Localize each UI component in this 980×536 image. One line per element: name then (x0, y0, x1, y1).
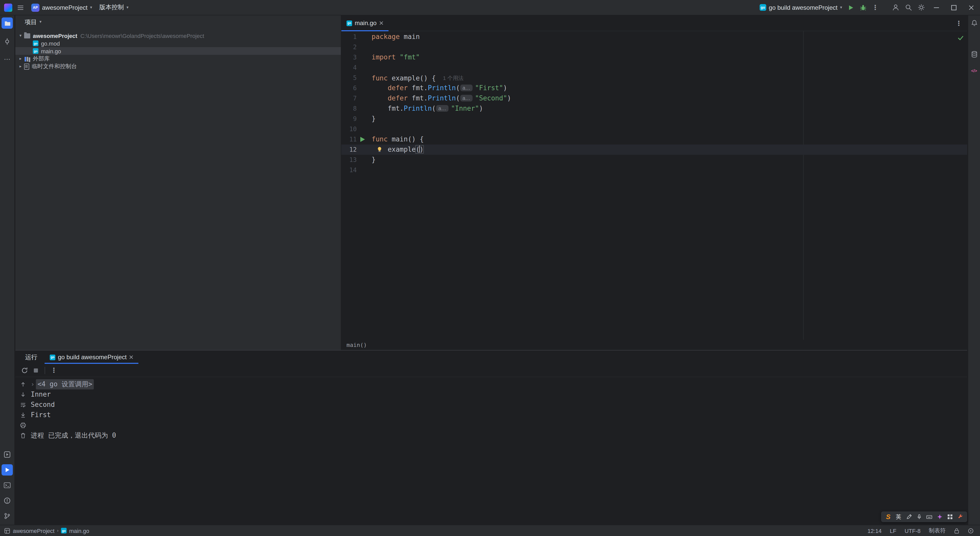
rerun-button[interactable] (19, 365, 30, 375)
notifications-button[interactable] (969, 17, 980, 29)
ime-wrench-button[interactable] (956, 512, 964, 521)
encoding-widget[interactable]: UTF-8 (905, 528, 921, 534)
down-stacktrace-button[interactable] (19, 390, 27, 399)
indent-widget[interactable]: 制表符 (929, 527, 946, 534)
parameter-hint-inlay[interactable]: a… (436, 105, 449, 112)
maximize-button[interactable] (945, 0, 963, 15)
folded-command-text[interactable]: <4 go 设置调用> (36, 379, 94, 390)
terminal-tool-button[interactable] (2, 480, 13, 491)
editor-tab-main-go[interactable]: main.go (341, 15, 388, 31)
line-number: 13 (341, 155, 357, 165)
code-line-10[interactable]: 10 (341, 124, 967, 134)
code-editor[interactable]: 1package main23import "fmt"45func exampl… (341, 31, 967, 340)
inspections-widget[interactable] (958, 35, 964, 41)
tree-item-main-go[interactable]: main.go (15, 47, 341, 55)
code-line-13[interactable]: 13} (341, 155, 967, 165)
code-line-5[interactable]: 5func example() { 1 个用法 (341, 73, 967, 83)
ime-keyboard-button[interactable] (925, 512, 934, 521)
run-line-gutter-icon[interactable] (360, 137, 365, 142)
sogou-logo-icon[interactable]: S (884, 512, 892, 521)
project-tool-button[interactable] (2, 17, 13, 29)
parameter-hint-inlay[interactable]: a… (460, 95, 473, 102)
run-configuration-selector[interactable]: go build awesomeProject (757, 2, 845, 13)
status-indicator[interactable] (968, 528, 974, 534)
project-panel: 项目 awesomeProjectC:\Users\meowr\GolandPr… (15, 15, 341, 350)
run-tab[interactable]: go build awesomeProject (45, 350, 138, 364)
close-tab-icon[interactable] (379, 21, 383, 25)
ai-assistant-button[interactable]: </> (969, 65, 980, 76)
code-line-9[interactable]: 9} (341, 114, 967, 124)
scroll-to-end-button[interactable] (19, 411, 27, 419)
code-line-7[interactable]: 7 defer fmt.Println(a…"Second") (341, 93, 967, 103)
tree-item-scratches[interactable]: 临时文件和控制台 (15, 62, 341, 70)
chevron-right-icon[interactable] (19, 64, 24, 69)
minimize-icon (933, 4, 940, 11)
search-everywhere-button[interactable] (902, 2, 915, 13)
main-menu-button[interactable] (14, 2, 27, 13)
status-project-name[interactable]: awesomeProject (13, 528, 54, 534)
minimize-button[interactable] (928, 0, 945, 15)
maximize-icon (951, 4, 957, 11)
chevron-down-icon[interactable] (19, 33, 24, 38)
fold-arrow-icon[interactable] (31, 379, 34, 390)
gutter-slot (357, 83, 372, 93)
ime-pencil-button[interactable] (904, 512, 913, 521)
code-line-1[interactable]: 1package main (341, 32, 967, 42)
parameter-hint-inlay[interactable]: a… (460, 84, 473, 91)
breadcrumb[interactable]: main() (341, 340, 967, 350)
services-tool-button[interactable] (2, 449, 13, 460)
run-tool-button[interactable] (2, 464, 13, 476)
run-button[interactable] (845, 2, 857, 13)
tree-item-external-libraries[interactable]: 外部库 (15, 55, 341, 62)
chevron-right-icon[interactable] (19, 56, 24, 61)
project-panel-header[interactable]: 项目 (15, 15, 341, 29)
code-line-12[interactable]: 12 example() (341, 145, 967, 155)
tree-item-root[interactable]: awesomeProjectC:\Users\meowr\GolandProje… (15, 32, 341, 40)
code-with-me-button[interactable] (889, 2, 902, 13)
run-panel-title[interactable]: 运行 (15, 353, 45, 361)
more-actions-button[interactable] (869, 2, 881, 13)
tree-item-go-mod[interactable]: go.mod (15, 40, 341, 47)
console-output[interactable]: <4 go 设置调用>InnerSecondFirst 进程 已完成，退出代码为… (31, 378, 967, 525)
run-more-button[interactable] (49, 365, 59, 375)
close-tab-icon[interactable] (129, 355, 133, 359)
code-line-11[interactable]: 11func main() { (341, 134, 967, 145)
up-stacktrace-button[interactable] (19, 380, 27, 388)
code-line-3[interactable]: 3import "fmt" (341, 52, 967, 62)
code-line-6[interactable]: 6 defer fmt.Println(a…"First") (341, 83, 967, 93)
status-file-name[interactable]: main.go (69, 528, 89, 534)
clear-console-button[interactable] (19, 431, 27, 440)
code-line-14[interactable]: 14 (341, 165, 967, 175)
code-line-4[interactable]: 4 (341, 62, 967, 73)
problems-tool-button[interactable] (2, 495, 13, 506)
bell-icon (970, 19, 978, 27)
usages-inlay-hint[interactable]: 1 个用法 (443, 75, 464, 81)
database-tool-button[interactable] (969, 49, 980, 60)
code-line-8[interactable]: 8 fmt.Println(a…"Inner") (341, 103, 967, 114)
git-tool-button[interactable] (2, 511, 13, 522)
code-line-2[interactable]: 2 (341, 42, 967, 52)
commit-tool-button[interactable] (2, 36, 13, 47)
project-widget-button[interactable]: AP awesomeProject (29, 2, 95, 13)
settings-button[interactable] (915, 2, 928, 13)
ime-grid-button[interactable] (945, 512, 954, 521)
ime-mic-button[interactable] (915, 512, 923, 521)
more-tool-windows-button[interactable] (2, 53, 13, 65)
ime-language-toggle[interactable]: 英 (894, 512, 903, 521)
line-separator-widget[interactable]: LF (890, 528, 896, 534)
bug-icon (859, 4, 867, 11)
stop-button[interactable] (31, 365, 41, 375)
editor-options-button[interactable] (955, 15, 962, 31)
run-tab-label: go build awesomeProject (58, 353, 127, 361)
status-bar-left: awesomeProject › main.go (4, 528, 89, 534)
vcs-widget-button[interactable]: 版本控制 (97, 2, 131, 13)
ime-sparkle-button[interactable] (935, 512, 944, 521)
close-button[interactable] (963, 0, 980, 15)
soft-wrap-button[interactable] (19, 401, 27, 409)
debug-button[interactable] (857, 2, 869, 13)
readonly-lock-widget[interactable] (954, 528, 959, 534)
caret-position-widget[interactable]: 12:14 (867, 528, 881, 534)
breadcrumb-item[interactable]: main() (347, 342, 367, 348)
intention-bulb-icon[interactable] (377, 146, 382, 152)
print-button[interactable] (19, 421, 27, 429)
